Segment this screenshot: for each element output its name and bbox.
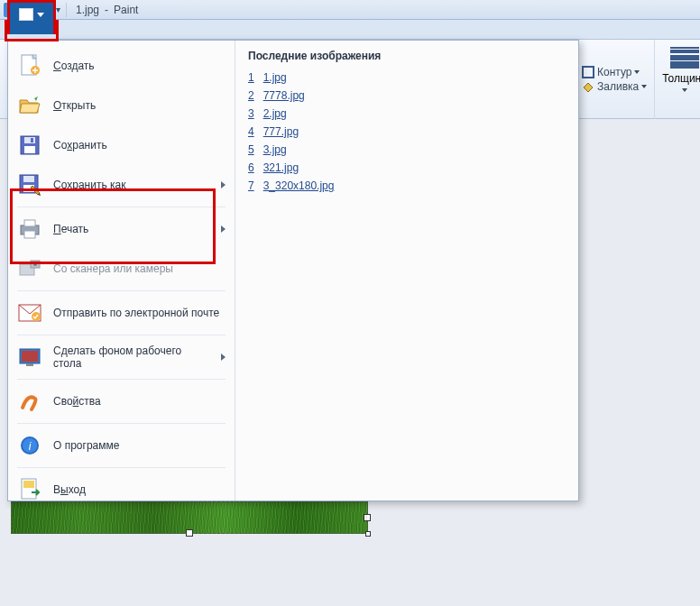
menu-item-properties[interactable]: Свойства <box>8 381 235 421</box>
chevron-down-icon <box>37 13 44 17</box>
qat-divider <box>66 3 67 17</box>
recent-filename: 2.jpg <box>263 107 287 120</box>
title-bar: ▾ 1.jpg - Paint <box>0 0 700 20</box>
submenu-arrow-icon <box>221 225 226 233</box>
recent-index: 2 <box>248 89 254 102</box>
recent-item[interactable]: 73_320x180.jpg <box>248 179 566 192</box>
svg-rect-0 <box>583 67 594 78</box>
recent-filename: 1.jpg <box>263 71 287 84</box>
svg-rect-11 <box>24 220 35 226</box>
exit-icon <box>17 477 42 502</box>
svg-rect-19 <box>22 351 38 362</box>
recent-index: 6 <box>248 161 254 174</box>
menu-separator <box>17 423 226 424</box>
menu-label: Печать <box>53 223 210 235</box>
recent-index: 5 <box>248 143 254 156</box>
menu-item-exit[interactable]: Выход <box>8 470 235 510</box>
recent-item[interactable]: 11.jpg <box>248 71 566 84</box>
menu-separator <box>17 207 226 207</box>
svg-rect-12 <box>24 231 35 238</box>
recent-filename: 3.jpg <box>263 143 287 156</box>
svg-rect-25 <box>23 481 34 488</box>
fill-label: Заливка <box>597 80 639 93</box>
menu-item-save[interactable]: Сохранить <box>8 125 235 165</box>
svg-rect-5 <box>24 146 35 153</box>
svg-rect-4 <box>24 137 35 143</box>
qat-customize-dropdown[interactable]: ▾ <box>56 5 60 14</box>
menu-label: Свойства <box>53 395 226 408</box>
menu-separator <box>17 335 226 335</box>
recent-filename: 7778.jpg <box>263 89 305 102</box>
recent-filename: 3_320x180.jpg <box>263 179 335 192</box>
thickness-button[interactable]: Толщина <box>654 40 700 119</box>
fill-dropdown[interactable]: Заливка <box>582 80 647 93</box>
recent-title: Последние изображения <box>248 50 566 62</box>
ribbon-group-outline-fill: Контур Заливка <box>574 40 654 119</box>
menu-label: Создать <box>53 60 226 72</box>
recent-item[interactable]: 32.jpg <box>248 107 566 120</box>
recent-index: 3 <box>248 107 254 120</box>
menu-label: Выход <box>53 483 226 496</box>
menu-item-email[interactable]: Отправить по электронной почте <box>8 293 235 333</box>
menu-label: Сохранить как <box>53 179 210 191</box>
menu-item-scanner: Со сканера или камеры <box>8 249 235 289</box>
menu-item-open[interactable]: Открыть <box>8 86 235 125</box>
menu-separator <box>17 379 226 380</box>
thickness-icon <box>670 47 699 69</box>
menu-label: Сделать фоном рабочего стола <box>53 344 210 370</box>
recent-list: 11.jpg27778.jpg32.jpg4777.jpg53.jpg6321.… <box>248 71 566 192</box>
file-menu-button[interactable] <box>7 0 56 34</box>
menu-item-save-as[interactable]: Сохранить как <box>8 165 235 205</box>
menu-label: Открыть <box>53 99 226 112</box>
resize-handle-corner[interactable] <box>365 531 371 537</box>
recent-files-panel: Последние изображения 11.jpg27778.jpg32.… <box>235 41 578 500</box>
scanner-icon <box>17 256 42 281</box>
menu-separator <box>17 290 226 291</box>
menu-item-print[interactable]: Печать <box>8 209 235 249</box>
title-filename: 1.jpg <box>76 4 99 16</box>
chevron-down-icon <box>634 70 640 74</box>
menu-item-create[interactable]: Создать <box>8 46 235 86</box>
thickness-label: Толщина <box>662 72 700 85</box>
document-icon <box>19 8 33 21</box>
save-icon <box>17 133 42 158</box>
chevron-down-icon <box>641 85 647 88</box>
svg-text:i: i <box>29 440 32 453</box>
email-icon <box>17 300 42 326</box>
chevron-down-icon <box>682 88 687 92</box>
menu-separator <box>17 467 226 468</box>
properties-icon <box>17 389 42 414</box>
svg-point-15 <box>33 262 37 266</box>
outline-label: Контур <box>597 66 631 78</box>
svg-rect-20 <box>26 363 33 366</box>
menu-label: Сохранить <box>53 139 226 152</box>
open-folder-icon <box>17 93 42 118</box>
new-document-icon <box>17 53 42 78</box>
recent-filename: 321.jpg <box>263 161 299 174</box>
menu-label: Отправить по электронной почте <box>53 307 226 319</box>
file-menu-panel: Создать Открыть Сохранить Сохранить как <box>7 40 579 501</box>
menu-item-about[interactable]: i О программе <box>8 426 235 465</box>
file-menu-left: Создать Открыть Сохранить Сохранить как <box>8 41 235 500</box>
svg-rect-8 <box>23 176 34 182</box>
fill-icon <box>582 80 594 93</box>
save-as-icon <box>17 172 42 197</box>
title-app: Paint <box>114 4 138 16</box>
recent-index: 4 <box>248 125 254 138</box>
recent-item[interactable]: 27778.jpg <box>248 89 566 102</box>
ribbon-tab-strip <box>0 20 700 40</box>
recent-item[interactable]: 53.jpg <box>248 143 566 156</box>
desktop-icon <box>17 344 42 370</box>
recent-item[interactable]: 6321.jpg <box>248 161 566 174</box>
menu-label: Со сканера или камеры <box>53 262 226 275</box>
submenu-arrow-icon <box>221 181 226 188</box>
menu-item-desktop-bg[interactable]: Сделать фоном рабочего стола <box>8 337 235 377</box>
outline-dropdown[interactable]: Контур <box>582 66 640 78</box>
recent-item[interactable]: 4777.jpg <box>248 125 566 138</box>
title-sep: - <box>105 4 108 16</box>
menu-label: О программе <box>53 439 226 452</box>
recent-filename: 777.jpg <box>263 125 299 138</box>
recent-index: 7 <box>248 179 254 192</box>
info-icon: i <box>17 433 42 458</box>
outline-icon <box>582 66 594 78</box>
